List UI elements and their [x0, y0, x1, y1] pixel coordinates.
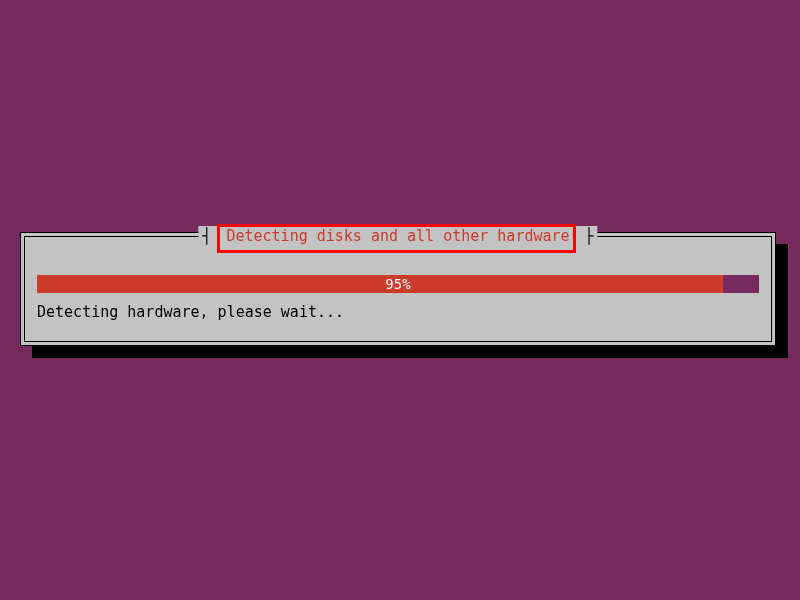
progress-dialog: ┤ Detecting disks and all other hardware… — [20, 232, 776, 346]
progress-percent-label: 95% — [37, 275, 759, 293]
title-bracket-right: ├ — [585, 227, 594, 245]
dialog-title: Detecting disks and all other hardware — [220, 227, 575, 245]
progress-bar: 95% — [37, 275, 759, 293]
dialog-title-wrap: ┤ Detecting disks and all other hardware… — [198, 226, 597, 245]
status-text: Detecting hardware, please wait... — [37, 303, 344, 321]
title-bracket-left: ┤ — [202, 227, 211, 245]
dialog-inner-border: ┤ Detecting disks and all other hardware… — [24, 236, 772, 342]
